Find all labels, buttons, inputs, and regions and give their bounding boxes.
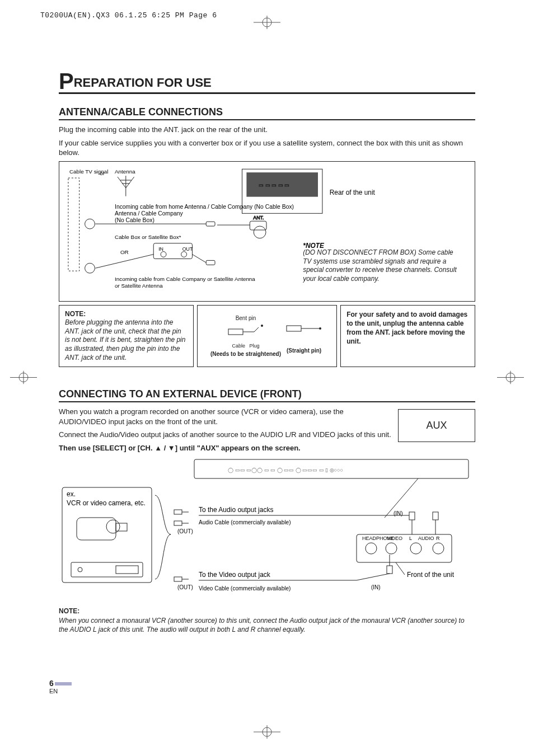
svg-rect-54 bbox=[174, 521, 182, 525]
paragraph: Plug the incoming cable into the ANT. ja… bbox=[59, 125, 475, 135]
svg-text:◯  ▭▭ ▭◯◯ ▭ ▭    ◯ ▭▭ ◯ ▭▭▭ ▭ : ◯ ▭▭ ▭◯◯ ▭ ▭ ◯ ▭▭ ◯ ▭▭▭ ▭ ▯ ◎○○○ bbox=[228, 467, 343, 473]
label-in2: (IN) bbox=[371, 584, 381, 590]
page-number: 6 EN bbox=[49, 679, 72, 694]
svg-line-14 bbox=[126, 177, 134, 188]
svg-line-13 bbox=[118, 177, 126, 188]
svg-rect-48 bbox=[116, 523, 127, 531]
svg-point-25 bbox=[181, 251, 187, 257]
note-body: Before plugging the antenna into the ANT… bbox=[65, 318, 185, 361]
label-to-audio: To the Audio output jacks bbox=[199, 506, 273, 514]
svg-rect-46 bbox=[77, 518, 116, 540]
footnote-body: When you connect a monaural VCR (another… bbox=[59, 617, 465, 633]
footnote: NOTE: When you connect a monaural VCR (a… bbox=[59, 607, 475, 634]
label-video-cable: Video Cable (commercially available) bbox=[199, 585, 291, 591]
label-r: R bbox=[436, 536, 440, 541]
label-incoming-home: Incoming cable from home Antenna / Cable… bbox=[115, 204, 294, 210]
svg-text:▭ ▭ ▭ ▭ ▭: ▭ ▭ ▭ ▭ ▭ bbox=[259, 182, 289, 187]
label-incoming-company: Incoming cable from Cable Company or Sat… bbox=[115, 276, 255, 282]
label-front: Front of the unit bbox=[407, 571, 455, 579]
diagram-antenna-connections: Cable TV signal or Antenna Incoming cabl… bbox=[59, 161, 475, 302]
bent-pin-icon bbox=[226, 321, 265, 341]
title-dropcap: P bbox=[59, 69, 74, 93]
label-ant: ANT. bbox=[253, 215, 264, 220]
wall-plate-icon bbox=[68, 178, 79, 271]
label-out1: (OUT) bbox=[177, 528, 193, 534]
svg-point-58 bbox=[366, 543, 377, 554]
crop-mark-right bbox=[494, 370, 527, 386]
svg-point-41 bbox=[319, 327, 321, 330]
paragraph: If your cable service supplies you with … bbox=[59, 138, 475, 158]
svg-point-34 bbox=[254, 226, 266, 238]
svg-point-19 bbox=[85, 263, 95, 273]
svg-text:(No Cable Box): (No Cable Box) bbox=[115, 217, 154, 223]
label-out2: (OUT) bbox=[177, 584, 193, 590]
note-safety: For your safety and to avoid damages to … bbox=[340, 305, 475, 368]
svg-rect-36 bbox=[228, 329, 243, 335]
label-or: or bbox=[100, 170, 105, 176]
plug-in-icon bbox=[409, 512, 415, 534]
label-to-video: To the Video output jack bbox=[199, 571, 271, 579]
label-l: L bbox=[409, 536, 412, 541]
label-video: VIDEO bbox=[387, 536, 402, 541]
svg-line-26 bbox=[192, 254, 206, 262]
crop-mark-left bbox=[7, 370, 40, 386]
svg-line-73 bbox=[396, 562, 405, 575]
label-cable-box: Cable Box or Satellite Box* bbox=[115, 233, 181, 240]
note-star-title: *NOTE bbox=[303, 241, 325, 249]
camcorder-icon bbox=[77, 518, 127, 540]
svg-rect-50 bbox=[116, 566, 138, 574]
svg-rect-67 bbox=[174, 577, 182, 581]
aux-indicator: AUX bbox=[398, 409, 475, 442]
svg-point-51 bbox=[78, 567, 82, 572]
svg-point-61 bbox=[433, 543, 444, 554]
coax-cable-icon bbox=[95, 222, 215, 226]
svg-point-59 bbox=[386, 543, 397, 554]
label-plug: Plug bbox=[250, 343, 260, 349]
svg-rect-17 bbox=[68, 178, 79, 271]
label-straight-pin: (Straight pin) bbox=[284, 348, 324, 354]
svg-point-24 bbox=[161, 251, 166, 257]
svg-point-38 bbox=[261, 325, 263, 327]
note-title: NOTE: bbox=[65, 310, 86, 318]
label-audio-cable: Audio Cable (commercially available) bbox=[199, 519, 291, 525]
svg-point-18 bbox=[85, 219, 95, 229]
label-bent-pin: Bent pin bbox=[210, 315, 281, 321]
section-title-external: CONNECTING TO AN EXTERNAL DEVICE (FRONT) bbox=[59, 388, 475, 402]
straight-pin-icon bbox=[284, 318, 324, 338]
label-antenna: Antenna bbox=[115, 168, 135, 175]
page-title: PREPARATION FOR USE bbox=[59, 76, 475, 94]
section-title-antenna: ANTENNA/CABLE CONNECTIONS bbox=[59, 106, 475, 120]
svg-text:or Satellite Antenna: or Satellite Antenna bbox=[115, 282, 163, 288]
label-rear: Rear of the unit bbox=[330, 188, 376, 196]
diagram-svg: Cable TV signal or Antenna Incoming cabl… bbox=[65, 165, 469, 294]
label-ex: ex. bbox=[67, 490, 76, 498]
label-source: VCR or video camera, etc. bbox=[67, 499, 146, 507]
svg-rect-62 bbox=[409, 512, 415, 520]
title-text: REPARATION FOR USE bbox=[74, 76, 212, 90]
svg-rect-27 bbox=[206, 260, 215, 265]
svg-rect-64 bbox=[433, 512, 438, 520]
note-bent-pin: NOTE: Before plugging the antenna into t… bbox=[59, 305, 194, 368]
crop-mark-bottom bbox=[250, 725, 284, 740]
svg-rect-23 bbox=[206, 222, 215, 226]
svg-rect-33 bbox=[250, 221, 266, 230]
vcr-icon bbox=[71, 562, 143, 577]
label-out: OUT bbox=[182, 246, 193, 251]
antenna-icon bbox=[118, 176, 134, 196]
label-in: IN bbox=[158, 246, 163, 251]
paragraph-bold: Then use [SELECT] or [CH. ▲ / ▼] until "… bbox=[59, 443, 475, 453]
svg-line-28 bbox=[95, 254, 153, 268]
svg-rect-70 bbox=[387, 566, 392, 574]
crop-mark-top bbox=[250, 16, 284, 31]
svg-rect-39 bbox=[287, 326, 301, 331]
note-star-body: (DO NOT DISCONNECT FROM BOX) Some cable … bbox=[303, 248, 463, 283]
svg-line-72 bbox=[357, 574, 390, 580]
svg-point-60 bbox=[410, 543, 421, 554]
svg-rect-49 bbox=[71, 562, 143, 577]
print-slug: T0200UA(EN).QX3 06.1.25 6:25 PM Page 6 bbox=[40, 11, 217, 20]
svg-rect-52 bbox=[174, 510, 182, 514]
plug-out-icon bbox=[174, 510, 189, 514]
diagram-external-device: ◯ ▭▭ ▭◯◯ ▭ ▭ ◯ ▭▭ ◯ ▭▭▭ ▭ ▯ ◎○○○ ex. VCR… bbox=[59, 456, 475, 602]
label-audio: AUDIO bbox=[418, 536, 434, 541]
note-pin-illustration: Bent pin Cable Plug (Needs to be straigh… bbox=[197, 305, 337, 368]
